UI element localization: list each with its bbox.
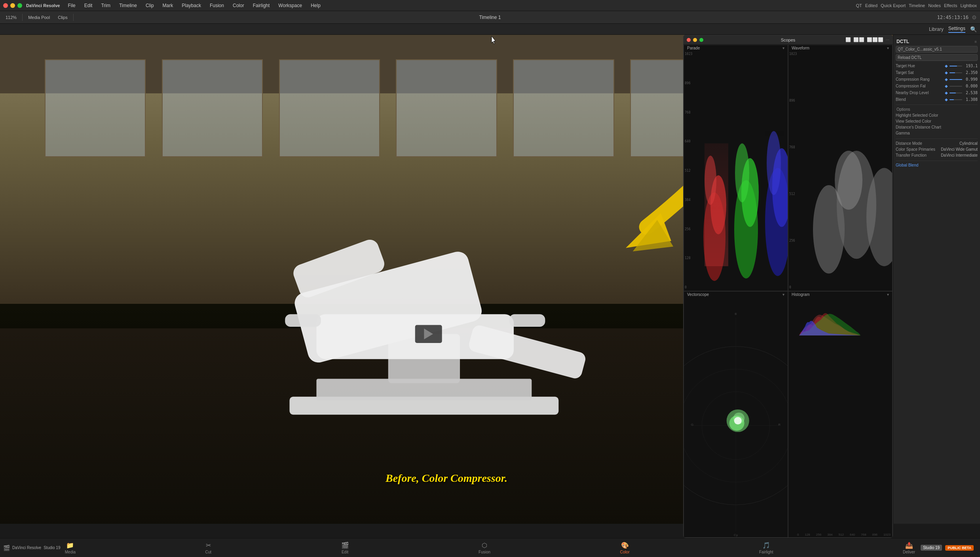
main-toolbar: 112% Media Pool Clips Timeline 1 12:45:1… <box>0 11 980 24</box>
search-icon[interactable]: 🔍 <box>970 26 977 32</box>
waveform-label[interactable]: Waveform <box>792 46 809 50</box>
close-button[interactable] <box>3 3 8 8</box>
scopes-panel: Scopes ⬜ ⬜⬜ ⬜⬜⬜ ··· Parade ▾ 1023 896 76… <box>683 35 893 538</box>
menu-color[interactable]: Color <box>231 2 246 9</box>
cut-label: Cut <box>205 550 212 554</box>
scopes-layout-2[interactable]: ⬜⬜ <box>853 37 864 42</box>
library-tab[interactable]: Library <box>929 27 944 32</box>
param-link-2[interactable]: ◆ <box>945 77 948 81</box>
scopes-layout-3[interactable]: ⬜⬜⬜ <box>867 37 883 42</box>
window-4 <box>396 59 497 157</box>
effects-btn[interactable]: Effects <box>944 3 957 8</box>
histogram-dropdown[interactable]: ▾ <box>887 292 889 297</box>
svg-text:G: G <box>691 423 693 426</box>
param-slider-3[interactable] <box>950 86 962 87</box>
param-val-2: 0.990 <box>964 77 978 81</box>
vectorscope-scope: Vectorscope ▾ B R Cy <box>684 291 788 538</box>
zoom-level[interactable]: 112% <box>3 14 19 21</box>
param-slider-0[interactable] <box>950 66 962 66</box>
settings-tab[interactable]: Settings <box>948 26 965 33</box>
param-link-1[interactable]: ◆ <box>945 70 948 75</box>
scopes-close[interactable] <box>687 38 691 42</box>
menu-workspace[interactable]: Workspace <box>277 2 304 9</box>
scopes-menu[interactable]: ··· <box>886 37 889 42</box>
cut-icon: ✂ <box>206 542 211 549</box>
param-slider-5[interactable] <box>950 99 962 100</box>
param-val-3: 0.000 <box>964 84 978 88</box>
vectorscope-dropdown[interactable]: ▾ <box>782 292 784 297</box>
global-blend-section: Global Blend <box>896 161 978 167</box>
scopes-fullscreen[interactable] <box>699 38 703 42</box>
deliver-icon: 📤 <box>905 542 913 549</box>
minimize-button[interactable] <box>10 3 15 8</box>
menu-trim[interactable]: Trim <box>99 2 112 9</box>
tab-edit[interactable]: 🎬 Edit <box>335 540 355 556</box>
timeline-btn[interactable]: Timeline <box>909 3 925 8</box>
histogram-scope: Histogram ▾ 01282563845126407688961023 <box>788 291 893 538</box>
menu-mark[interactable]: Mark <box>161 2 175 9</box>
param-slider-1[interactable] <box>950 72 962 73</box>
svg-rect-5 <box>285 314 321 327</box>
menu-playback[interactable]: Playback <box>180 2 203 9</box>
tab-deliver[interactable]: 📤 Deliver <box>896 540 921 556</box>
panel-content: DCTL ≡ QT_Color_C...assic_v5.1 Reload DC… <box>893 35 980 524</box>
tab-fusion[interactable]: ⬡ Fusion <box>472 540 497 556</box>
param-link-0[interactable]: ◆ <box>945 64 948 68</box>
title-bar-right: QT Edited Quick Export Timeline Nodes Ef… <box>856 0 977 11</box>
color-label: Color <box>620 550 630 554</box>
menu-clip[interactable]: Clip <box>144 2 156 9</box>
qt-label: QT <box>856 3 862 8</box>
edit-label: Edit <box>342 550 348 554</box>
scopes-minimize[interactable] <box>693 38 697 42</box>
param-val-4: 2.538 <box>964 91 978 95</box>
highlight-selected-color: Highlight Selected Color <box>896 112 978 118</box>
window-2 <box>162 59 263 157</box>
right-panel: DCTL ≡ QT_Color_C...assic_v5.1 Reload DC… <box>893 35 980 524</box>
dctl-file-dropdown[interactable]: QT_Color_C...assic_v5.1 <box>896 46 978 53</box>
param-link-5[interactable]: ◆ <box>945 97 948 102</box>
menu-edit[interactable]: Edit <box>83 2 94 9</box>
separator <box>22 14 23 21</box>
menu-fairlight[interactable]: Fairlight <box>251 2 272 9</box>
fullscreen-button[interactable] <box>17 3 22 8</box>
param-fill-0 <box>950 66 957 66</box>
status-bar-left: 🎬 DaVinci Resolve Studio 19 <box>3 545 60 551</box>
tab-color[interactable]: 🎨 Color <box>614 540 636 556</box>
menu-timeline[interactable]: Timeline <box>118 2 139 9</box>
clips-btn[interactable]: Clips <box>55 14 70 21</box>
param-link-3[interactable]: ◆ <box>945 84 948 88</box>
waveform-dropdown[interactable]: ▾ <box>887 46 889 50</box>
histogram-label[interactable]: Histogram <box>792 292 810 297</box>
vectorscope-label[interactable]: Vectorscope <box>687 292 709 297</box>
media-icon: 📁 <box>66 542 74 549</box>
dctl-menu-icon[interactable]: ≡ <box>974 40 977 44</box>
param-nearby-drop: Nearby Drop Level ◆ 2.538 <box>896 89 978 96</box>
svg-rect-7 <box>467 324 587 380</box>
tab-media[interactable]: 📁 Media <box>59 540 82 556</box>
parade-dropdown[interactable]: ▾ <box>782 46 784 50</box>
menu-help[interactable]: Help <box>309 2 322 9</box>
media-pool-btn[interactable]: Media Pool <box>26 14 52 21</box>
param-link-4[interactable]: ◆ <box>945 91 948 95</box>
svg-point-27 <box>835 151 862 210</box>
param-slider-4[interactable] <box>950 93 962 93</box>
menu-file[interactable]: File <box>66 2 77 9</box>
menu-fusion[interactable]: Fusion <box>208 2 226 9</box>
param-fill-5 <box>950 99 954 100</box>
svg-point-20 <box>735 143 749 202</box>
tab-fairlight[interactable]: 🎵 Fairlight <box>753 540 780 556</box>
reload-dctl-btn[interactable]: Reload DCTL <box>896 54 978 61</box>
fusion-icon: ⬡ <box>482 542 487 549</box>
histogram-svg <box>797 298 893 519</box>
global-blend-label[interactable]: Global Blend <box>896 163 918 167</box>
quick-export-btn[interactable]: Quick Export <box>881 3 906 8</box>
view-selected-color: View Selected Color <box>896 118 978 124</box>
lightbox-btn[interactable]: Lightbox <box>960 3 977 8</box>
scopes-layout-1[interactable]: ⬜ <box>845 37 851 42</box>
param-label-0: Target Hue <box>896 64 943 68</box>
nodes-btn[interactable]: Nodes <box>928 3 941 8</box>
tab-cut[interactable]: ✂ Cut <box>199 540 218 556</box>
parade-label[interactable]: Parade <box>687 46 700 50</box>
param-slider-2[interactable] <box>950 79 962 80</box>
settings-icon[interactable]: ⚙ <box>972 14 977 21</box>
